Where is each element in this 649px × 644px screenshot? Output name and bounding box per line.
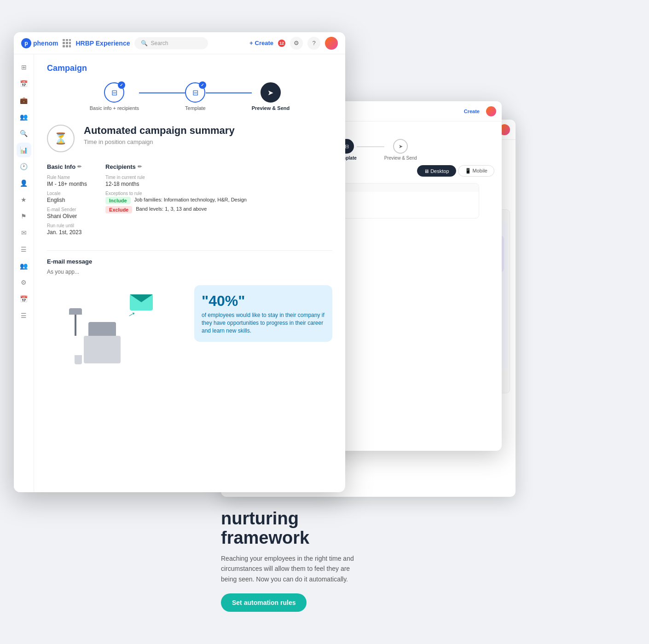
front-step-icon-1: ⊟: [111, 88, 117, 97]
sidebar-gear-icon[interactable]: ⚙: [17, 275, 31, 290]
sidebar-calendar2-icon[interactable]: 📅: [17, 292, 31, 306]
sidebar-envelope-icon[interactable]: ✉: [17, 225, 31, 240]
sidebar-list-icon[interactable]: ☰: [17, 242, 31, 257]
front-notif-badge[interactable]: 12: [278, 40, 285, 47]
front-summary-title: Automated campaign summary: [84, 125, 235, 137]
front-logo-text: phenom: [33, 40, 58, 47]
front-search-icon: 🔍: [141, 40, 148, 46]
front-email-sender-value: Shani Oliver: [47, 213, 87, 219]
front-search-placeholder: Search: [151, 40, 168, 46]
front-promo-stat: "40%" of employees would like to stay in…: [194, 285, 332, 377]
sidebar-calendar-icon[interactable]: 📅: [17, 76, 31, 91]
front-promo-illustration: →: [47, 285, 185, 377]
sidebar-users2-icon[interactable]: 👥: [17, 259, 31, 273]
front-divider: [47, 250, 332, 251]
set-rules-btn[interactable]: Set automation rules: [221, 593, 307, 612]
mid-step-circle-3: ➤: [393, 139, 408, 154]
front-rule-name-label: Rule Name: [47, 175, 87, 180]
mid-desktop-btn[interactable]: 🖥 Desktop: [417, 165, 456, 177]
front-illus-cup: [75, 355, 82, 364]
front-include-value: Job families: Information technology, H&…: [134, 197, 247, 202]
front-recipients-edit-icon[interactable]: ✏: [138, 164, 142, 170]
mid-create-btn[interactable]: Create: [464, 109, 480, 114]
sidebar-home-icon[interactable]: ⊞: [17, 60, 31, 75]
front-recipients-col: Recipients ✏ Time in current rule 12-18 …: [105, 163, 247, 239]
front-grid-icon: [63, 39, 71, 47]
front-avatar: [325, 37, 338, 50]
sidebar-briefcase-icon[interactable]: 💼: [17, 93, 31, 108]
sidebar-flag-icon[interactable]: ⚑: [17, 209, 31, 224]
front-illus-lamp: [75, 308, 76, 336]
sidebar-star-icon[interactable]: ★: [17, 192, 31, 207]
front-info-sections: Basic Info ✏ Rule Name IM - 18+ months L…: [47, 163, 332, 239]
front-stat-desc: of employees would like to stay in their…: [202, 311, 325, 334]
front-step-icon-3: ➤: [267, 88, 273, 97]
front-promo-section: → "40%" of employees would like to stay …: [47, 285, 332, 377]
front-illus-desk: [84, 336, 121, 363]
sidebar-search-icon[interactable]: 🔍: [17, 126, 31, 141]
front-email-msg-section: E-mail message As you app...: [47, 258, 332, 276]
mid-mobile-btn[interactable]: 📱 Mobile: [458, 165, 494, 177]
front-window: p phenom HRBP Experience 🔍 Search + Crea…: [14, 32, 345, 492]
front-main-content: Campaign ⊟ ✓ Basic info + recipients ⊟ ✓: [34, 54, 345, 492]
front-step-label-2: Template: [185, 105, 206, 111]
front-create-btn[interactable]: + Create: [249, 40, 273, 46]
mid-connector-2: [357, 146, 384, 147]
front-search[interactable]: 🔍 Search: [134, 37, 208, 49]
front-basic-info-col: Basic Info ✏ Rule Name IM - 18+ months L…: [47, 163, 87, 239]
front-basic-info-edit-icon[interactable]: ✏: [77, 164, 81, 170]
front-locale-label: Locale: [47, 191, 87, 196]
front-exceptions-label: Exceptions to rule: [105, 191, 247, 196]
front-email-sender-row: E-mail Sender Shani Oliver: [47, 207, 87, 219]
front-locale-value: English: [47, 197, 87, 203]
front-exclude-value: Band levels: 1, 3, 13 and above: [136, 206, 207, 212]
front-step-label-1: Basic info + recipients: [90, 105, 139, 111]
mid-step-label-3: Preview & Send: [384, 155, 417, 161]
front-basic-info-heading: Basic Info ✏: [47, 163, 87, 170]
front-hrbp-link: HRBP Experience: [75, 40, 130, 47]
sidebar-list2-icon[interactable]: ☰: [17, 308, 31, 323]
front-exclude-badge: Exclude: [105, 206, 132, 213]
front-exceptions-exclude-row: Exclude Band levels: 1, 3, 13 and above: [105, 206, 247, 213]
front-exceptions-row: Exceptions to rule Include Job families:…: [105, 191, 247, 213]
front-step-circle-3: ➤: [261, 82, 281, 103]
mid-step-3: ➤ Preview & Send: [384, 139, 417, 161]
front-stat-card: "40%" of employees would like to stay in…: [194, 285, 332, 342]
front-recipients-heading: Recipients ✏: [105, 163, 247, 170]
front-p-logo: p: [21, 38, 31, 48]
sidebar-person-icon[interactable]: 👤: [17, 176, 31, 190]
front-rule-name-value: IM - 18+ months: [47, 181, 87, 187]
front-step-label-3: Preview & Send: [252, 105, 290, 111]
front-step-icon-2: ⊟: [192, 88, 198, 97]
front-step-2: ⊟ ✓ Template: [185, 82, 206, 111]
front-summary-text: Automated campaign summary Time in posit…: [84, 125, 235, 152]
front-email-sender-label: E-mail Sender: [47, 207, 87, 212]
front-step-1: ⊟ ✓ Basic info + recipients: [90, 82, 139, 111]
sidebar-users-icon[interactable]: 👥: [17, 109, 31, 124]
marketing-overlay: nurturing framework Reaching your employ…: [212, 500, 368, 621]
front-exceptions-include-row: Include Job families: Information techno…: [105, 197, 247, 204]
marketing-sub-text: Reaching your employees in the right tim…: [221, 553, 359, 584]
front-time-value: 12-18 months: [105, 181, 247, 187]
front-email-msg-body: As you app...: [47, 268, 332, 276]
front-campaign-heading: Campaign: [47, 63, 332, 73]
front-step-circle-2: ⊟ ✓: [185, 82, 205, 103]
front-time-row: Time in current rule 12-18 months: [105, 175, 247, 187]
front-body: ⊞ 📅 💼 👥 🔍 📊 🕐 👤 ★ ⚑ ✉ ☰ 👥 ⚙ 📅 ☰ Campaign: [14, 54, 345, 492]
front-summary-box: ⏳ Automated campaign summary Time in pos…: [47, 125, 332, 152]
front-step-badge-2: ✓: [199, 81, 206, 89]
front-time-label: Time in current rule: [105, 175, 247, 180]
front-step-circle-1: ⊟ ✓: [104, 82, 124, 103]
front-help-icon[interactable]: ?: [307, 37, 320, 50]
front-settings-icon[interactable]: ⚙: [290, 37, 303, 50]
front-run-rule-label: Run rule until: [47, 223, 87, 228]
front-connector-2: [206, 92, 252, 93]
front-step-badge-1: ✓: [118, 81, 125, 89]
front-connector-1: [139, 92, 185, 93]
front-step-3: ➤ Preview & Send: [252, 82, 290, 111]
front-email-msg-heading: E-mail message: [47, 258, 332, 265]
front-summary-icon: ⏳: [47, 125, 75, 152]
sidebar-chart-icon[interactable]: 📊: [17, 143, 31, 157]
front-rule-name-row: Rule Name IM - 18+ months: [47, 175, 87, 187]
sidebar-clock-icon[interactable]: 🕐: [17, 159, 31, 174]
